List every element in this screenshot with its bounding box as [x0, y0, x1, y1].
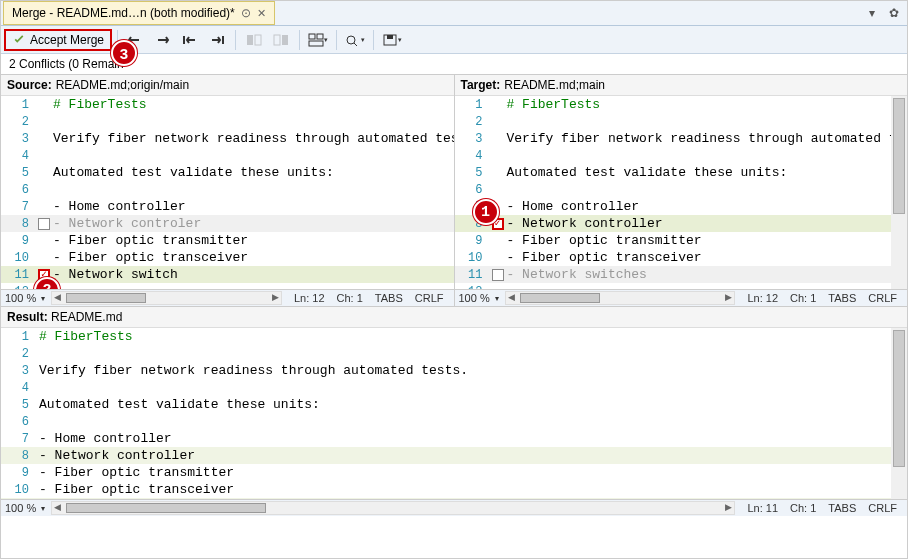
callout-1: 1	[473, 199, 499, 225]
code-line[interactable]: 9- Fiber optic transmitter	[455, 232, 908, 249]
code-text: # FiberTests	[505, 97, 601, 112]
accept-merge-button[interactable]: Accept Merge	[4, 29, 112, 51]
settings-icon[interactable]: ✿	[885, 4, 903, 22]
line-number: 1	[455, 98, 491, 112]
code-line[interactable]: 10- Fiber optic transceiver	[455, 249, 908, 266]
code-line[interactable]: 12	[455, 283, 908, 289]
code-line[interactable]: 2	[1, 113, 454, 130]
first-conflict-button[interactable]	[177, 29, 203, 51]
target-header: Target: README.md;main	[455, 75, 908, 96]
code-line[interactable]: 3Verify fiber network readiness through …	[1, 130, 454, 147]
v-scrollbar[interactable]	[891, 328, 907, 499]
code-line[interactable]: 6	[455, 181, 908, 198]
zoom-control[interactable]: 100 %▾	[459, 292, 499, 304]
line-number: 5	[455, 166, 491, 180]
code-text: - Network switches	[505, 267, 647, 282]
code-line[interactable]: 4	[455, 147, 908, 164]
accept-merge-icon	[12, 33, 26, 47]
code-line[interactable]: 7- Home controller	[1, 198, 454, 215]
code-line[interactable]: 1# FiberTests	[1, 96, 454, 113]
save-button[interactable]: ▾	[379, 29, 405, 51]
code-line[interactable]: 5Automated test validate these units:	[1, 396, 907, 413]
line-number: 2	[1, 115, 37, 129]
code-text: - Network controller	[37, 448, 195, 463]
code-text: # FiberTests	[51, 97, 147, 112]
code-line[interactable]: 1# FiberTests	[455, 96, 908, 113]
code-text: - Fiber optic transceiver	[37, 482, 234, 497]
next-conflict-button[interactable]	[150, 29, 176, 51]
code-line[interactable]: 4	[1, 147, 454, 164]
line-number: 6	[1, 183, 37, 197]
code-text: Automated test validate these units:	[51, 165, 334, 180]
source-label: Source:	[7, 78, 52, 92]
line-number: 12	[455, 285, 491, 290]
code-line[interactable]: 11- Network switch	[1, 266, 454, 283]
result-pane: Result: README.md 1# FiberTests23Verify …	[1, 307, 907, 516]
result-label: Result:	[7, 310, 48, 324]
code-text: - Network controler	[51, 216, 201, 231]
svg-rect-4	[309, 34, 315, 39]
h-scrollbar[interactable]: ◀▶	[505, 291, 736, 305]
code-line[interactable]: 4	[1, 379, 907, 396]
target-path: README.md;main	[504, 78, 605, 92]
code-line[interactable]: 6	[1, 413, 907, 430]
code-line[interactable]: 11- Network switches	[455, 266, 908, 283]
tabs-indicator: TABS	[828, 292, 856, 304]
code-line[interactable]: 10- Fiber optic transceiver	[1, 249, 454, 266]
eol-indicator: CRLF	[868, 502, 897, 514]
code-line[interactable]: 7- Home controller	[1, 430, 907, 447]
zoom-control[interactable]: 100 %▾	[5, 502, 45, 514]
line-number: 2	[1, 347, 37, 361]
merge-toolbar: Accept Merge ▾ ▾ ▾ 3	[1, 26, 907, 54]
tab-bar: Merge - README.md…n (both modified)* ⊙ ✕…	[1, 1, 907, 26]
code-line[interactable]: 2	[1, 345, 907, 362]
code-text: - Fiber optic transceiver	[505, 250, 702, 265]
code-line[interactable]: 3Verify fiber network readiness through …	[1, 362, 907, 379]
callout-3: 3	[111, 40, 137, 66]
file-tab[interactable]: Merge - README.md…n (both modified)* ⊙ ✕	[3, 1, 275, 25]
source-pane: Source: README.md;origin/main 2 1# Fiber…	[1, 75, 455, 306]
line-number: 7	[1, 432, 37, 446]
code-line[interactable]: 5Automated test validate these units:	[1, 164, 454, 181]
layout-grid-button[interactable]: ▾	[305, 29, 331, 51]
pin-icon[interactable]: ⊙	[241, 6, 251, 20]
code-line[interactable]: 2	[455, 113, 908, 130]
conflict-checkbox[interactable]	[38, 218, 50, 230]
compare-options-button[interactable]: ▾	[342, 29, 368, 51]
source-code[interactable]: 2 1# FiberTests23Verify fiber network re…	[1, 96, 454, 289]
code-line[interactable]: 8- Network controler	[1, 215, 454, 232]
code-line[interactable]: 9- Fiber optic transmitter	[1, 464, 907, 481]
line-number: 12	[1, 285, 37, 290]
code-line[interactable]: 9- Fiber optic transmitter	[1, 232, 454, 249]
code-line[interactable]: 6	[1, 181, 454, 198]
dropdown-icon[interactable]: ▾	[863, 4, 881, 22]
code-line[interactable]: 8- Network controller	[455, 215, 908, 232]
target-statusbar: 100 %▾ ◀▶ Ln: 12 Ch: 1 TABS CRLF	[455, 289, 908, 306]
separator	[373, 30, 374, 50]
code-line[interactable]: 11- Network switch	[1, 498, 907, 499]
line-number: 9	[455, 234, 491, 248]
code-line[interactable]: 12	[1, 283, 454, 289]
target-code[interactable]: 1 1# FiberTests23Verify fiber network re…	[455, 96, 908, 289]
layout-left-button[interactable]	[241, 29, 267, 51]
code-line[interactable]: 8- Network controller	[1, 447, 907, 464]
svg-point-7	[347, 36, 355, 44]
h-scrollbar[interactable]: ◀▶	[51, 291, 282, 305]
code-line[interactable]: 1# FiberTests	[1, 328, 907, 345]
code-line[interactable]: 5Automated test validate these units:	[455, 164, 908, 181]
last-conflict-button[interactable]	[204, 29, 230, 51]
zoom-control[interactable]: 100 %▾	[5, 292, 45, 304]
result-code[interactable]: 1# FiberTests23Verify fiber network read…	[1, 328, 907, 499]
target-label: Target:	[461, 78, 501, 92]
h-scrollbar[interactable]: ◀▶	[51, 501, 735, 515]
code-line[interactable]: 10- Fiber optic transceiver	[1, 481, 907, 498]
code-line[interactable]: 7- Home controller	[455, 198, 908, 215]
separator	[336, 30, 337, 50]
line-number: 10	[1, 251, 37, 265]
code-line[interactable]: 3Verify fiber network readiness through …	[455, 130, 908, 147]
close-icon[interactable]: ✕	[257, 7, 266, 20]
v-scrollbar[interactable]	[891, 96, 907, 289]
layout-right-button[interactable]	[268, 29, 294, 51]
conflict-checkbox[interactable]	[492, 269, 504, 281]
separator	[235, 30, 236, 50]
